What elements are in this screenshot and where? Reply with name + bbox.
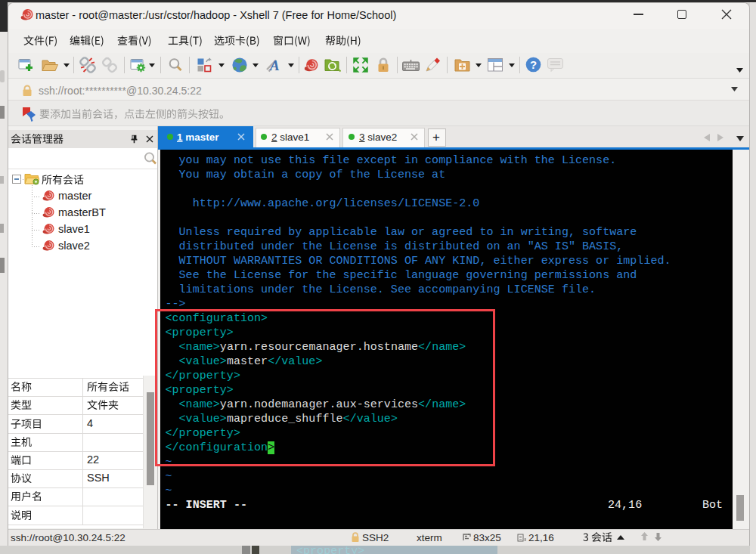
svg-text:A: A — [269, 57, 280, 73]
svg-text:?: ? — [530, 58, 537, 71]
